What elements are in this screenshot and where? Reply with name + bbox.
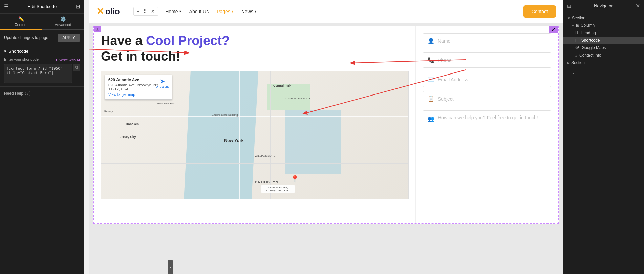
heading-have-a: Have a <box>101 34 146 48</box>
person-icon: 👤 <box>428 38 434 44</box>
nav-link-about[interactable]: About Us <box>189 9 209 14</box>
email-placeholder: Email Address <box>438 77 546 82</box>
form-field-phone[interactable]: 📞 Phone <box>423 52 551 68</box>
form-field-email[interactable]: ✉️ Email Address <box>423 72 551 87</box>
subject-placeholder: Subject <box>438 96 546 102</box>
nav-item-column[interactable]: ▼ ⊞ Column <box>563 22 644 29</box>
form-field-name[interactable]: 👤 Name <box>423 33 551 48</box>
map-label-empire: Empire State Building <box>212 113 238 117</box>
nav-item-contact-info[interactable]: ℹ Contact Info <box>563 51 644 59</box>
view-larger-map-link[interactable]: View larger map <box>108 92 135 97</box>
need-help-section[interactable]: Need Help ? <box>0 87 84 100</box>
nav-move-button[interactable]: ⠿ <box>142 8 148 15</box>
name-placeholder: Name <box>438 38 546 44</box>
shortcode-section: ▾ Shortcode Enter your shortcode ✦ Write… <box>0 45 84 87</box>
water-east-river <box>285 110 341 174</box>
home-chevron-icon: ▾ <box>179 9 181 13</box>
section2-label: Section <box>571 60 585 65</box>
road-h3 <box>101 148 408 148</box>
hamburger-icon[interactable]: ☰ <box>4 3 9 10</box>
navigator-title: Navigator <box>594 3 613 8</box>
navigator-header: ⊟ Navigator ✕ <box>563 0 644 12</box>
map-label-long-island: LONG ISLAND CITY <box>285 97 310 100</box>
shortcode-textarea[interactable]: [contact-form-7 id="1950" title="Contact… <box>4 64 72 83</box>
message-placeholder: How can we help you? Feel free to get in… <box>438 115 538 140</box>
content-tab-label: Content <box>15 23 28 27</box>
tab-content[interactable]: ✏️ Content <box>0 14 42 30</box>
logo-x-icon: ✕ <box>96 6 104 17</box>
contact-cta-button[interactable]: Contact <box>523 5 556 18</box>
nav-item-google-maps[interactable]: 🗺 Google Maps <box>563 44 644 51</box>
column-label: Column <box>581 23 595 28</box>
advanced-tab-label: Advanced <box>55 23 71 27</box>
nav-item-section-2[interactable]: ▶ Section <box>563 59 644 66</box>
map-pin: 📍 <box>290 175 299 184</box>
left-panel: ☰ Edit Shortcode ⊞ ✏️ Content ⚙️ Advance… <box>0 0 84 274</box>
nav-item-heading[interactable]: H Heading <box>563 29 644 37</box>
section-expand-btn[interactable]: ⤢ <box>549 26 558 33</box>
map-container[interactable]: Union City Central Park New York Hoboken… <box>101 71 409 199</box>
column-chevron-icon: ▼ <box>571 24 575 27</box>
navigator-tree: ▼ Section ▼ ⊞ Column H Heading [-] Short… <box>563 12 644 80</box>
tab-advanced[interactable]: ⚙️ Advanced <box>42 14 84 29</box>
apply-button[interactable]: APPLY <box>58 34 80 42</box>
directions-button[interactable]: ➤ Directions <box>156 78 169 88</box>
shortcode-chevron-icon: ▾ <box>4 49 6 54</box>
shortcode-section-label: Shortcode <box>8 49 28 54</box>
nav-more-button[interactable]: ... <box>567 68 580 77</box>
collapse-handle[interactable]: ‹ <box>168 260 173 274</box>
road-v4 <box>301 71 301 199</box>
nav-edit-controls: + ⠿ ✕ <box>133 7 159 16</box>
phone-placeholder: Phone <box>438 58 546 63</box>
road-h2 <box>101 116 408 117</box>
road-h1 <box>101 133 408 133</box>
content-tab-icon: ✏️ <box>18 16 24 22</box>
shortcode-nav-label: Shortcode <box>581 38 600 43</box>
home-label: Home <box>165 9 178 14</box>
advanced-tab-icon: ⚙️ <box>60 16 66 22</box>
section2-chevron-icon: ▶ <box>567 61 570 65</box>
navigator-close-button[interactable]: ✕ <box>636 3 640 9</box>
heading-get-in-touch: Get in touch! <box>101 49 180 63</box>
nav-link-pages[interactable]: Pages ▾ <box>217 9 233 14</box>
copy-button[interactable]: ⧉ <box>73 64 80 71</box>
column-type-icon: ⊞ <box>576 23 579 28</box>
apply-row: Update changes to page APPLY <box>0 30 84 45</box>
panel-tabs: ✏️ Content ⚙️ Advanced <box>0 14 84 30</box>
navigator-panel: ⊟ Navigator ✕ ▼ Section ▼ ⊞ Column H Hea… <box>563 0 644 274</box>
page-content: ⊞ ⤢ Have a Cool Project? Get in touch! <box>89 23 563 274</box>
grid-icon[interactable]: ⊞ <box>76 3 80 10</box>
need-help-label: Need Help <box>4 91 23 96</box>
write-with-ai-label: Write with AI <box>59 58 80 62</box>
maps-type-icon: 🗺 <box>575 46 579 50</box>
pages-chevron-icon: ▾ <box>232 9 233 13</box>
contact-info-type-icon: ℹ <box>575 53 577 58</box>
shortcode-field-label: Enter your shortcode <box>4 57 39 61</box>
map-label-jersey-city: Jersey City <box>120 135 136 139</box>
nav-close-button[interactable]: ✕ <box>150 8 156 15</box>
nav-item-section-1[interactable]: ▼ Section <box>563 14 644 22</box>
write-with-ai-button[interactable]: ✦ Write with AI <box>55 58 80 62</box>
pages-label: Pages <box>217 9 230 14</box>
subject-icon: 📋 <box>428 96 434 102</box>
road-v1 <box>239 71 240 199</box>
nav-add-button[interactable]: + <box>136 8 141 15</box>
shortcode-type-icon: [-] <box>575 38 579 42</box>
form-field-message[interactable]: 👥 How can we help you? Feel free to get … <box>423 110 551 144</box>
contact-info-nav-label: Contact Info <box>579 53 601 58</box>
field-label-row: Enter your shortcode ✦ Write with AI <box>4 57 80 63</box>
logo: ✕ olio <box>96 6 120 17</box>
email-icon: ✉️ <box>428 76 434 83</box>
form-field-subject[interactable]: 📋 Subject <box>423 91 551 106</box>
section-ctrl-1[interactable]: ⊞ <box>96 27 99 31</box>
nav-link-news[interactable]: News ▾ <box>241 9 256 14</box>
map-label-hoboken: Hoboken <box>126 122 139 126</box>
nav-item-shortcode[interactable]: [-] Shortcode <box>563 37 644 44</box>
contact-heading-text: Have a Cool Project? Get in touch! <box>101 33 409 64</box>
google-maps-nav-label: Google Maps <box>582 45 606 50</box>
section-wrapper: ⊞ ⤢ Have a Cool Project? Get in touch! <box>93 26 559 224</box>
nav-link-home[interactable]: Home ▾ <box>165 9 181 14</box>
logo-text: olio <box>105 7 120 16</box>
map-label-new-york: New York <box>224 138 244 143</box>
heading-highlight: Cool Project? <box>146 34 230 48</box>
